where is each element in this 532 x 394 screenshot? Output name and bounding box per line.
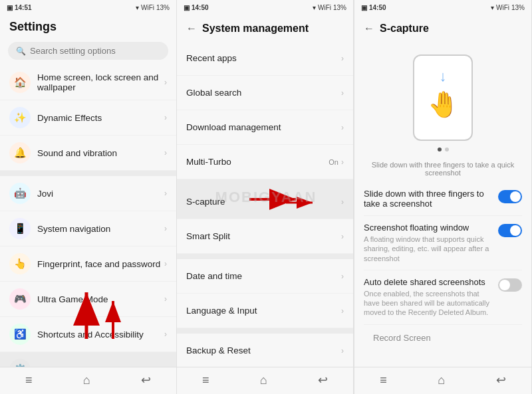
item-backup[interactable]: Backup & Reset ›: [177, 334, 353, 367]
chevron-sound: ›: [164, 148, 167, 157]
homescreen-icon: 🏠: [9, 72, 31, 93]
status-bar-1: ▣ 14:51 ▾ WiFi 13%: [0, 0, 176, 15]
item-scapture[interactable]: S-capture ›: [177, 185, 353, 219]
toggle-floating-window[interactable]: [498, 224, 522, 237]
fingerprint-text: Fingerprint, face and password: [37, 259, 164, 269]
settings-item-game[interactable]: 🎮 Ultra Game Mode ›: [0, 282, 176, 317]
panels-wrapper: MOBIGYAAN ▣ 14:51 ▾ WiFi 13%: [0, 0, 532, 394]
battery-3: 13%: [511, 4, 525, 11]
chevron-backup: ›: [341, 346, 344, 355]
settings-item-accessibility[interactable]: ♿ Shortcuts and Accessibility ›: [0, 317, 176, 352]
nav-text: System navigation: [37, 224, 164, 234]
status-left-1: ▣ 14:51: [7, 4, 32, 11]
search-icon: 🔍: [16, 47, 26, 56]
sound-text: Sound and vibration: [37, 148, 164, 158]
item-multiturbo[interactable]: Multi-Turbo On ›: [177, 145, 353, 179]
toggle-slide-fingers[interactable]: [498, 190, 522, 203]
back-button-3[interactable]: ←: [364, 23, 374, 35]
settings-item-nav[interactable]: 📱 System navigation ›: [0, 211, 176, 246]
swipe-arrow: ↓: [440, 68, 447, 85]
panel-system-management: ▣ 14:50 ▾ WiFi 13% ← System management R…: [177, 0, 354, 394]
dot-2: [445, 148, 449, 151]
option-floating-window: Screenshot floating window A floating wi…: [364, 216, 522, 270]
settings-list: 🏠 Home screen, lock screen and wallpaper…: [0, 65, 176, 367]
menu-icon-2[interactable]: ≡: [202, 373, 209, 387]
divider-sm-2: [177, 254, 353, 259]
homescreen-text: Home screen, lock screen and wallpaper: [37, 72, 164, 92]
language-text: Language & Input: [186, 306, 341, 316]
battery-1: 13%: [156, 4, 170, 11]
item-smartsplit[interactable]: Smart Split ›: [177, 219, 353, 254]
scapture-header: ← S-capture: [354, 15, 531, 41]
jovi-text: Jovi: [37, 189, 164, 199]
phone-outline: ↓ 🤚: [413, 54, 473, 141]
battery-2: 13%: [333, 4, 346, 11]
status-bar-2: ▣ 14:50 ▾ WiFi 13%: [177, 0, 353, 15]
divider-sm-1: [177, 179, 353, 185]
item-recent-apps[interactable]: Recent apps ›: [177, 41, 353, 76]
scapture-title: S-capture: [380, 23, 429, 35]
panel-settings: ▣ 14:51 ▾ WiFi 13% Settings 🔍 🏠 Home scr…: [0, 0, 177, 394]
status-left-2: ▣ 14:50: [184, 4, 209, 11]
item-datetime[interactable]: Date and time ›: [177, 259, 353, 294]
chevron-accessibility: ›: [164, 330, 167, 339]
menu-icon-3[interactable]: ≡: [380, 373, 387, 387]
item-global-search[interactable]: Global search ›: [177, 76, 353, 110]
option-2-text: Screenshot floating window A floating wi…: [364, 223, 493, 263]
jovi-icon: 🤖: [9, 183, 31, 204]
item-language[interactable]: Language & Input ›: [177, 294, 353, 328]
settings-item-dynamic[interactable]: ✨ Dynamic Effects ›: [0, 100, 176, 136]
settings-item-sound[interactable]: 🔔 Sound and vibration ›: [0, 136, 176, 171]
search-input[interactable]: [30, 46, 160, 56]
chevron-nav: ›: [164, 224, 167, 233]
search-bar[interactable]: 🔍: [8, 42, 168, 60]
dot-1: [438, 148, 442, 151]
back-icon-3[interactable]: ↩: [496, 373, 506, 387]
settings-item-system[interactable]: ⚙️ System management ›: [0, 352, 176, 367]
chevron-jovi: ›: [164, 189, 167, 198]
global-search-text: Global search: [186, 88, 341, 98]
back-icon-2[interactable]: ↩: [318, 373, 328, 387]
home-icon-1[interactable]: ⌂: [83, 373, 90, 387]
home-icon-3[interactable]: ⌂: [438, 373, 445, 387]
signal-icon-2: ▾: [313, 4, 316, 11]
wifi-icon-1: WiFi: [141, 4, 154, 11]
menu-icon-1[interactable]: ≡: [25, 373, 33, 387]
back-icon-1[interactable]: ↩: [141, 373, 151, 387]
system-management-list: Recent apps › Global search › Download m…: [177, 41, 353, 367]
toggle-auto-delete[interactable]: [498, 278, 522, 292]
multiturbo-badge: On: [329, 158, 338, 166]
status-right-3: ▾ WiFi 13%: [491, 4, 525, 11]
option-3-text: Auto delete shared screenshots Once enab…: [364, 277, 493, 318]
chevron-smartsplit: ›: [341, 232, 344, 241]
chevron-datetime: ›: [341, 272, 344, 281]
settings-item-homescreen[interactable]: 🏠 Home screen, lock screen and wallpaper…: [0, 65, 176, 100]
chevron-download: ›: [341, 123, 344, 132]
system-text: System management: [37, 365, 164, 367]
scapture-illustration: ↓ 🤚: [354, 41, 531, 148]
bottom-nav-3: ≡ ⌂ ↩: [354, 367, 531, 394]
sim-icon-3: ▣: [361, 4, 367, 11]
scapture-text: S-capture: [186, 197, 341, 207]
divider-sm-3: [177, 328, 353, 334]
chevron-homescreen: ›: [164, 78, 167, 87]
system-icon: ⚙️: [9, 359, 31, 367]
time-3: 14:50: [369, 4, 386, 11]
item-download[interactable]: Download management ›: [177, 110, 353, 145]
status-left-3: ▣ 14:50: [361, 4, 386, 11]
status-right-2: ▾ WiFi 13%: [313, 4, 346, 11]
home-icon-2[interactable]: ⌂: [260, 373, 267, 387]
back-button-2[interactable]: ←: [186, 23, 197, 35]
chevron-global: ›: [341, 88, 344, 98]
download-text: Download management: [186, 122, 341, 132]
smartsplit-text: Smart Split: [186, 231, 341, 241]
option-auto-delete: Auto delete shared screenshots Once enab…: [364, 270, 522, 325]
wifi-icon-3: WiFi: [496, 4, 509, 11]
settings-item-fingerprint[interactable]: 👆 Fingerprint, face and password ›: [0, 246, 176, 282]
chevron-multiturbo: ›: [341, 157, 344, 167]
dynamic-text: Dynamic Effects: [37, 113, 164, 123]
multiturbo-text: Multi-Turbo: [186, 157, 329, 167]
time-2: 14:50: [192, 4, 209, 11]
settings-item-jovi[interactable]: 🤖 Jovi ›: [0, 176, 176, 211]
option-1-text: Slide down with three fingers to take a …: [364, 189, 493, 209]
